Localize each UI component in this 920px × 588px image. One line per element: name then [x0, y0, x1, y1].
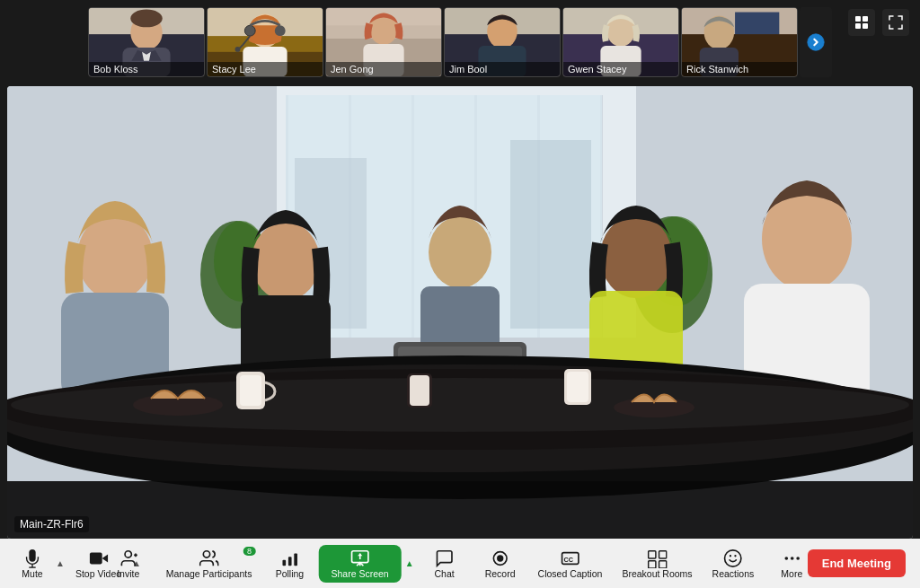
- svg-rect-70: [240, 375, 261, 406]
- participant-thumb-gwen[interactable]: Gwen Stacey: [562, 7, 679, 77]
- invite-label: Invite: [117, 568, 139, 579]
- chat-button[interactable]: Chat: [418, 545, 472, 583]
- end-meeting-button[interactable]: End Meeting: [808, 549, 906, 577]
- record-label: Record: [485, 568, 516, 579]
- closed-caption-icon: CC: [560, 549, 579, 568]
- svg-point-54: [252, 222, 320, 301]
- svg-rect-96: [648, 560, 655, 567]
- conference-scene: [7, 86, 913, 539]
- svg-point-91: [497, 555, 503, 561]
- top-right-controls: [848, 9, 909, 36]
- svg-point-83: [203, 550, 209, 557]
- svg-rect-36: [862, 23, 868, 29]
- svg-rect-97: [659, 560, 666, 567]
- svg-rect-33: [855, 16, 861, 22]
- mute-label: Mute: [22, 568, 42, 579]
- manage-participants-label: Manage Participants: [166, 568, 252, 579]
- svg-point-4: [130, 10, 162, 28]
- svg-rect-74: [567, 372, 588, 402]
- reactions-button[interactable]: Reactions: [703, 545, 764, 583]
- share-screen-icon: [350, 549, 370, 568]
- svg-point-10: [275, 25, 286, 36]
- invite-icon: [119, 549, 138, 568]
- participant-name-stacy: Stacy Lee: [208, 62, 323, 76]
- invite-button[interactable]: Invite: [102, 545, 155, 583]
- participants-icon: [199, 549, 219, 568]
- record-icon: [491, 549, 510, 568]
- svg-rect-72: [410, 375, 429, 406]
- mute-button[interactable]: Mute: [14, 545, 50, 583]
- svg-point-32: [808, 34, 824, 50]
- breakout-rooms-label: Breakout Rooms: [622, 568, 692, 579]
- reactions-icon: [723, 549, 743, 568]
- svg-rect-95: [659, 550, 666, 557]
- breakout-rooms-button[interactable]: Breakout Rooms: [613, 545, 701, 583]
- record-button[interactable]: Record: [473, 545, 527, 583]
- toolbar-right: End Meeting: [808, 549, 906, 577]
- svg-rect-35: [855, 23, 861, 29]
- chat-label: Chat: [434, 568, 454, 579]
- participant-name-bob: Bob Kloss: [89, 62, 204, 76]
- participant-name-jim: Jim Bool: [445, 62, 560, 76]
- participant-thumb-jim[interactable]: Jim Bool: [444, 7, 561, 77]
- polling-button[interactable]: Polling: [262, 545, 316, 583]
- more-icon: [782, 549, 801, 568]
- participant-thumb-bob[interactable]: Bob Kloss: [88, 7, 205, 77]
- svg-point-60: [600, 215, 672, 298]
- main-video-area: [7, 86, 913, 539]
- svg-rect-79: [89, 552, 102, 564]
- svg-rect-84: [282, 559, 286, 565]
- svg-point-101: [784, 557, 788, 560]
- more-label: More: [781, 568, 802, 579]
- breakout-rooms-icon: [647, 549, 667, 568]
- microphone-icon: [22, 549, 42, 568]
- svg-rect-47: [510, 140, 591, 329]
- participant-name-gwen: Gwen Stacey: [563, 62, 678, 76]
- participant-name-jen: Jen Gong: [326, 62, 441, 76]
- svg-rect-76: [7, 481, 913, 539]
- participant-name-rick: Rick Stanwich: [682, 62, 797, 76]
- participant-thumb-stacy[interactable]: Stacy Lee: [207, 7, 323, 77]
- svg-point-103: [796, 557, 800, 560]
- participant-thumb-rick[interactable]: Rick Stanwich: [681, 7, 798, 77]
- more-button[interactable]: More: [765, 545, 818, 583]
- svg-point-12: [235, 47, 241, 52]
- svg-rect-34: [862, 16, 868, 22]
- svg-text:CC: CC: [563, 555, 573, 563]
- mute-chevron-button[interactable]: ▲: [54, 555, 66, 572]
- toolbar: Mute ▲ Stop Video ▲ Invite 8: [0, 539, 920, 588]
- participant-thumbnails-bar: Bob Kloss St: [88, 7, 832, 77]
- svg-rect-86: [294, 553, 297, 566]
- room-label: Main-ZR-Flr6: [14, 516, 89, 532]
- grid-view-button[interactable]: [848, 9, 875, 36]
- closed-caption-button[interactable]: CC Closed Caption: [529, 545, 612, 583]
- fullscreen-button[interactable]: [882, 9, 909, 36]
- share-screen-button[interactable]: Share Screen: [318, 545, 401, 583]
- svg-point-9: [244, 25, 255, 36]
- polling-icon: [279, 549, 299, 568]
- reactions-label: Reactions: [712, 568, 755, 579]
- participants-badge: 8: [243, 547, 255, 556]
- svg-rect-85: [288, 557, 292, 566]
- share-screen-label: Share Screen: [331, 568, 388, 579]
- svg-rect-94: [648, 550, 655, 557]
- participant-thumb-jen[interactable]: Jen Gong: [325, 7, 442, 77]
- scroll-next-button[interactable]: [800, 7, 832, 77]
- chat-icon: [435, 549, 455, 568]
- svg-point-80: [125, 550, 131, 557]
- toolbar-center: Invite 8 Manage Participants Polling: [102, 545, 819, 583]
- polling-label: Polling: [276, 568, 305, 579]
- svg-point-56: [429, 216, 491, 288]
- share-screen-chevron[interactable]: ▲: [403, 555, 416, 572]
- closed-caption-label: Closed Caption: [538, 568, 603, 579]
- manage-participants-button[interactable]: 8 Manage Participants: [157, 545, 261, 583]
- svg-point-102: [790, 557, 793, 560]
- svg-point-98: [725, 549, 741, 566]
